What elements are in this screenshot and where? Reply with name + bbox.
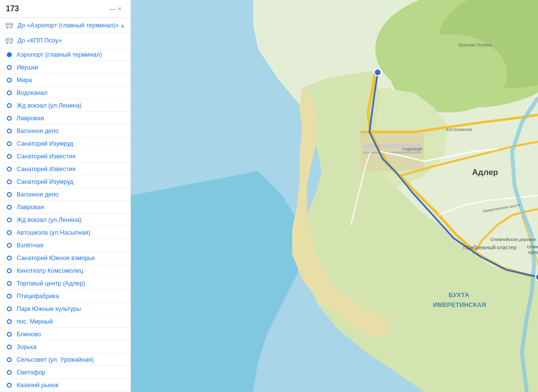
direction-1-label: До «Аэропорт (главный терминал)» — [18, 22, 119, 29]
stop-dot — [7, 230, 12, 235]
stop-dot — [7, 319, 12, 324]
stop-dot — [7, 370, 12, 375]
stop-item[interactable]: Жд вокзал (ул.Ленина) — [0, 99, 130, 112]
stop-item[interactable]: Лавровая — [0, 112, 130, 125]
svg-text:Прибрежный кластер: Прибрежный кластер — [463, 244, 516, 250]
stop-item[interactable]: Птицефабрика — [0, 290, 130, 303]
svg-text:Красная Поляна: Красная Поляна — [458, 43, 492, 47]
stop-label: Санаторий Южное взморье — [17, 255, 95, 261]
stop-label: Ивушки — [17, 64, 38, 71]
stop-label: Блиново — [17, 331, 41, 338]
sidebar-header: 173 — × — [0, 0, 130, 18]
stop-label: Автошкола (ул.Насыпная) — [17, 229, 90, 236]
stop-item[interactable]: Вагонное депо — [0, 125, 130, 137]
stop-label: Санаторий Изумруд — [17, 178, 73, 185]
bus-icon-2 — [5, 36, 14, 45]
svg-text:БУХТА: БУХТА — [449, 291, 470, 299]
direction-1[interactable]: До «Аэропорт (главный терминал)» ▲ — [0, 18, 130, 33]
stop-item[interactable]: Санаторий Известия — [0, 150, 130, 163]
stop-item[interactable]: Водоканал — [0, 87, 130, 99]
stop-item[interactable]: Сельсовет (ул. Урожайная) — [0, 353, 130, 366]
stop-dot — [7, 154, 12, 159]
stop-item[interactable]: Ивушки — [0, 61, 130, 74]
stop-label: Лавровая — [17, 115, 44, 122]
stop-item[interactable]: Аэропорт (главный терминал) — [0, 48, 130, 61]
map-container[interactable]: Адлер Аэропорт Прибрежный кластер БУХТА … — [131, 0, 538, 392]
stop-item[interactable]: Кинотеатр Комсомолец — [0, 264, 130, 277]
stop-dot — [7, 383, 12, 388]
stop-dot — [7, 192, 12, 197]
bus-icon — [5, 21, 14, 30]
svg-rect-1 — [6, 24, 9, 26]
stop-dot — [7, 218, 12, 222]
stop-item[interactable]: Автошкола (ул.Насыпная) — [0, 226, 130, 239]
stop-label: Кинотеатр Комсомолец — [17, 267, 83, 274]
svg-point-4 — [11, 27, 12, 29]
svg-rect-2 — [10, 24, 12, 26]
close-button[interactable]: — × — [106, 4, 125, 14]
svg-text:Костромская: Костромская — [446, 127, 473, 132]
stop-label: Мира — [17, 77, 32, 84]
direction-2[interactable]: До «КПП Псоу» — [0, 33, 130, 48]
route-number: 173 — [6, 4, 19, 13]
stop-dot — [7, 306, 12, 311]
stop-label: Вагонное депо — [17, 191, 59, 198]
stop-dot — [7, 281, 12, 286]
svg-rect-6 — [6, 39, 9, 41]
svg-point-9 — [11, 43, 12, 44]
stop-item[interactable]: Зорька — [0, 341, 130, 353]
stop-item[interactable]: Вагонное депо — [0, 188, 130, 201]
stop-item[interactable]: Торговый центр (Адлер) — [0, 277, 130, 290]
svg-text:Адлер: Адлер — [472, 168, 498, 177]
stop-label: Казачий рынок — [17, 382, 59, 389]
stop-dot — [7, 167, 12, 172]
stop-dot — [7, 332, 12, 337]
stop-item[interactable]: Парк Южные культуры — [0, 303, 130, 315]
stops-list[interactable]: Аэропорт (главный терминал)ИвушкиМираВод… — [0, 48, 130, 392]
svg-text:Аэропорт: Аэропорт — [402, 146, 423, 152]
stop-label: Птицефабрика — [17, 293, 59, 300]
stop-item[interactable]: Санаторий Изумруд — [0, 175, 130, 188]
svg-point-3 — [7, 27, 8, 29]
stop-item[interactable]: Санаторий Известия — [0, 163, 130, 175]
stop-item[interactable]: Мира — [0, 74, 130, 87]
svg-text:Олимпийский: Олимпийский — [527, 244, 538, 249]
stop-dot — [7, 141, 12, 146]
svg-point-22 — [374, 69, 381, 76]
stop-label: Лавровая — [17, 204, 44, 211]
stop-item[interactable]: Взлётная — [0, 239, 130, 252]
stop-item[interactable]: Казачий рынок — [0, 379, 130, 392]
stop-label: Светофор — [17, 369, 45, 376]
stop-dot — [7, 243, 12, 248]
stop-dot — [7, 294, 12, 299]
stop-dot — [7, 268, 12, 273]
stop-dot — [7, 103, 12, 108]
direction-1-arrow[interactable]: ▲ — [120, 22, 126, 29]
stop-item[interactable]: Светофор — [0, 366, 130, 379]
stop-label: Жд вокзал (ул.Ленина) — [17, 102, 82, 109]
stop-label: пос. Мирный — [17, 318, 53, 325]
stop-dot — [7, 129, 12, 133]
stop-item[interactable]: пос. Мирный — [0, 315, 130, 328]
svg-text:ИМЕРЕТИНСКАЯ: ИМЕРЕТИНСКАЯ — [433, 301, 486, 308]
stop-item[interactable]: Лавровая — [0, 201, 130, 214]
stop-item[interactable]: Санаторий Южное взморье — [0, 252, 130, 264]
stop-dot — [7, 116, 12, 121]
stop-dot — [7, 90, 12, 95]
stop-label: Санаторий Изумруд — [17, 140, 73, 147]
stop-dot — [7, 256, 12, 261]
stop-dot — [7, 65, 12, 70]
stop-dot — [7, 345, 12, 349]
stop-item[interactable]: Жд вокзал (ул.Ленина) — [0, 214, 130, 226]
svg-text:Олимпийская деревня: Олимпийская деревня — [490, 237, 536, 242]
stop-label: Парк Южные культуры — [17, 305, 81, 312]
expand-sidebar-button[interactable]: → — [130, 187, 131, 205]
stop-item[interactable]: Блиново — [0, 328, 130, 341]
stop-item[interactable]: Санаторий Изумруд — [0, 137, 130, 150]
stop-dot — [7, 78, 12, 83]
stop-label: Взлётная — [17, 242, 43, 249]
stop-label: Водоканал — [17, 89, 47, 96]
stop-label: Жд вокзал (ул.Ленина) — [17, 217, 82, 223]
stop-label: Вагонное депо — [17, 128, 59, 134]
stop-label: Зорька — [17, 344, 37, 350]
